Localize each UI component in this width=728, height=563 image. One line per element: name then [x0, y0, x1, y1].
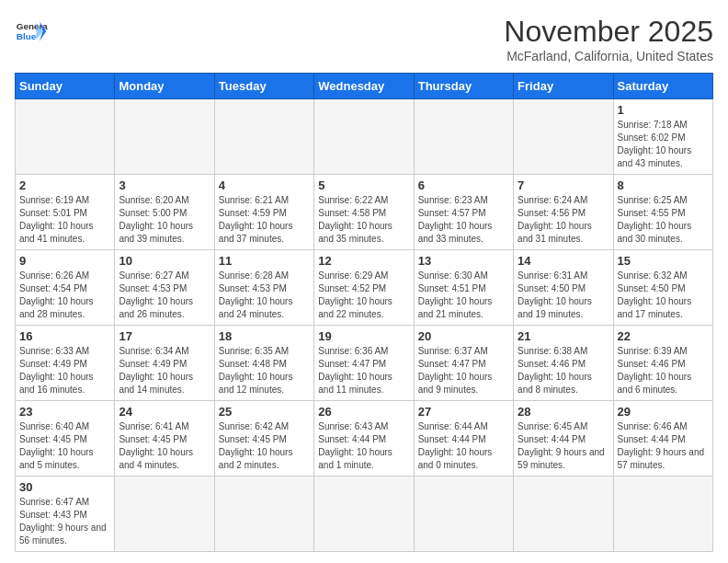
- calendar-cell: 7Sunrise: 6:24 AM Sunset: 4:56 PM Daylig…: [514, 175, 613, 250]
- calendar-cell: 29Sunrise: 6:46 AM Sunset: 4:44 PM Dayli…: [613, 401, 712, 477]
- calendar-cell: 13Sunrise: 6:30 AM Sunset: 4:51 PM Dayli…: [414, 250, 513, 326]
- day-number: 27: [418, 405, 509, 419]
- day-info: Sunrise: 6:45 AM Sunset: 4:44 PM Dayligh…: [518, 420, 609, 472]
- day-info: Sunrise: 6:30 AM Sunset: 4:51 PM Dayligh…: [418, 270, 509, 321]
- day-info: Sunrise: 6:28 AM Sunset: 4:53 PM Dayligh…: [219, 270, 310, 321]
- day-info: Sunrise: 6:36 AM Sunset: 4:47 PM Dayligh…: [318, 345, 409, 396]
- calendar-week-row: 16Sunrise: 6:33 AM Sunset: 4:49 PM Dayli…: [16, 326, 713, 401]
- calendar-cell: 9Sunrise: 6:26 AM Sunset: 4:54 PM Daylig…: [16, 250, 115, 326]
- day-number: 11: [219, 254, 310, 268]
- day-header-sunday: Sunday: [16, 74, 115, 99]
- day-info: Sunrise: 6:39 AM Sunset: 4:46 PM Dayligh…: [618, 345, 709, 396]
- day-info: Sunrise: 6:37 AM Sunset: 4:47 PM Dayligh…: [418, 345, 509, 396]
- calendar-cell: [414, 99, 513, 175]
- day-info: Sunrise: 6:31 AM Sunset: 4:50 PM Dayligh…: [518, 270, 609, 321]
- page-header: General Blue November 2025 McFarland, Ca…: [15, 15, 713, 63]
- day-number: 22: [618, 329, 709, 343]
- calendar-cell: 8Sunrise: 6:25 AM Sunset: 4:55 PM Daylig…: [613, 175, 712, 250]
- day-number: 25: [219, 405, 310, 419]
- day-info: Sunrise: 6:32 AM Sunset: 4:50 PM Dayligh…: [618, 270, 709, 321]
- day-number: 17: [119, 329, 210, 343]
- calendar-cell: 1Sunrise: 7:18 AM Sunset: 6:02 PM Daylig…: [613, 99, 712, 175]
- day-info: Sunrise: 6:26 AM Sunset: 4:54 PM Dayligh…: [19, 270, 110, 321]
- calendar-cell: [214, 477, 313, 552]
- calendar-cell: [115, 477, 214, 552]
- logo: General Blue: [15, 15, 48, 48]
- day-number: 30: [19, 480, 110, 494]
- calendar-week-row: 1Sunrise: 7:18 AM Sunset: 6:02 PM Daylig…: [16, 99, 713, 175]
- calendar-cell: 30Sunrise: 6:47 AM Sunset: 4:43 PM Dayli…: [16, 477, 115, 552]
- day-header-wednesday: Wednesday: [314, 74, 414, 99]
- calendar-cell: [115, 99, 214, 175]
- day-info: Sunrise: 6:46 AM Sunset: 4:44 PM Dayligh…: [618, 420, 709, 472]
- day-number: 28: [518, 405, 609, 419]
- calendar-cell: [514, 99, 613, 175]
- calendar-title-area: November 2025 McFarland, California, Uni…: [504, 15, 713, 63]
- day-number: 14: [518, 254, 609, 268]
- calendar-cell: 26Sunrise: 6:43 AM Sunset: 4:44 PM Dayli…: [314, 401, 414, 477]
- day-info: Sunrise: 6:25 AM Sunset: 4:55 PM Dayligh…: [618, 194, 709, 246]
- day-number: 15: [618, 254, 709, 268]
- day-info: Sunrise: 6:34 AM Sunset: 4:49 PM Dayligh…: [119, 345, 210, 396]
- month-title: November 2025: [504, 15, 713, 49]
- day-number: 16: [19, 329, 110, 343]
- calendar-cell: [314, 99, 414, 175]
- day-header-saturday: Saturday: [613, 74, 712, 99]
- location-subtitle: McFarland, California, United States: [504, 49, 713, 63]
- calendar-cell: 16Sunrise: 6:33 AM Sunset: 4:49 PM Dayli…: [16, 326, 115, 401]
- calendar-cell: 18Sunrise: 6:35 AM Sunset: 4:48 PM Dayli…: [214, 326, 313, 401]
- calendar-cell: 14Sunrise: 6:31 AM Sunset: 4:50 PM Dayli…: [514, 250, 613, 326]
- day-info: Sunrise: 6:21 AM Sunset: 4:59 PM Dayligh…: [219, 194, 310, 246]
- calendar-cell: 20Sunrise: 6:37 AM Sunset: 4:47 PM Dayli…: [414, 326, 513, 401]
- day-number: 24: [119, 405, 210, 419]
- day-info: Sunrise: 6:40 AM Sunset: 4:45 PM Dayligh…: [19, 420, 110, 472]
- calendar-cell: 12Sunrise: 6:29 AM Sunset: 4:52 PM Dayli…: [314, 250, 414, 326]
- day-number: 13: [418, 254, 509, 268]
- day-number: 6: [418, 178, 509, 192]
- calendar-header-row: SundayMondayTuesdayWednesdayThursdayFrid…: [16, 74, 713, 99]
- day-number: 21: [518, 329, 609, 343]
- calendar-cell: 4Sunrise: 6:21 AM Sunset: 4:59 PM Daylig…: [214, 175, 313, 250]
- day-info: Sunrise: 6:47 AM Sunset: 4:43 PM Dayligh…: [19, 496, 110, 547]
- calendar-cell: 25Sunrise: 6:42 AM Sunset: 4:45 PM Dayli…: [214, 401, 313, 477]
- day-number: 10: [119, 254, 210, 268]
- day-info: Sunrise: 6:38 AM Sunset: 4:46 PM Dayligh…: [518, 345, 609, 396]
- day-info: Sunrise: 6:19 AM Sunset: 5:01 PM Dayligh…: [19, 194, 110, 246]
- day-info: Sunrise: 6:41 AM Sunset: 4:45 PM Dayligh…: [119, 420, 210, 472]
- day-info: Sunrise: 6:29 AM Sunset: 4:52 PM Dayligh…: [318, 270, 409, 321]
- calendar-cell: 28Sunrise: 6:45 AM Sunset: 4:44 PM Dayli…: [514, 401, 613, 477]
- calendar-cell: [314, 477, 414, 552]
- calendar-cell: 11Sunrise: 6:28 AM Sunset: 4:53 PM Dayli…: [214, 250, 313, 326]
- day-info: Sunrise: 6:44 AM Sunset: 4:44 PM Dayligh…: [418, 420, 509, 472]
- calendar-week-row: 23Sunrise: 6:40 AM Sunset: 4:45 PM Dayli…: [16, 401, 713, 477]
- calendar-week-row: 30Sunrise: 6:47 AM Sunset: 4:43 PM Dayli…: [16, 477, 713, 552]
- calendar-cell: 22Sunrise: 6:39 AM Sunset: 4:46 PM Dayli…: [613, 326, 712, 401]
- day-info: Sunrise: 6:23 AM Sunset: 4:57 PM Dayligh…: [418, 194, 509, 246]
- day-number: 26: [318, 405, 409, 419]
- day-info: Sunrise: 7:18 AM Sunset: 6:02 PM Dayligh…: [618, 119, 709, 170]
- svg-text:Blue: Blue: [17, 31, 37, 41]
- day-number: 18: [219, 329, 310, 343]
- day-info: Sunrise: 6:27 AM Sunset: 4:53 PM Dayligh…: [119, 270, 210, 321]
- calendar-cell: 10Sunrise: 6:27 AM Sunset: 4:53 PM Dayli…: [115, 250, 214, 326]
- day-number: 29: [618, 405, 709, 419]
- day-number: 23: [19, 405, 110, 419]
- general-blue-logo-icon: General Blue: [15, 15, 48, 48]
- calendar-cell: [16, 99, 115, 175]
- calendar-cell: 19Sunrise: 6:36 AM Sunset: 4:47 PM Dayli…: [314, 326, 414, 401]
- day-info: Sunrise: 6:43 AM Sunset: 4:44 PM Dayligh…: [318, 420, 409, 472]
- day-number: 20: [418, 329, 509, 343]
- day-number: 3: [119, 178, 210, 192]
- calendar-week-row: 9Sunrise: 6:26 AM Sunset: 4:54 PM Daylig…: [16, 250, 713, 326]
- day-number: 1: [618, 103, 709, 117]
- day-header-monday: Monday: [115, 74, 214, 99]
- day-number: 5: [318, 178, 409, 192]
- calendar-cell: [613, 477, 712, 552]
- day-number: 8: [618, 178, 709, 192]
- day-info: Sunrise: 6:20 AM Sunset: 5:00 PM Dayligh…: [119, 194, 210, 246]
- calendar-cell: [414, 477, 513, 552]
- calendar-cell: 17Sunrise: 6:34 AM Sunset: 4:49 PM Dayli…: [115, 326, 214, 401]
- day-number: 7: [518, 178, 609, 192]
- day-number: 2: [19, 178, 110, 192]
- day-info: Sunrise: 6:24 AM Sunset: 4:56 PM Dayligh…: [518, 194, 609, 246]
